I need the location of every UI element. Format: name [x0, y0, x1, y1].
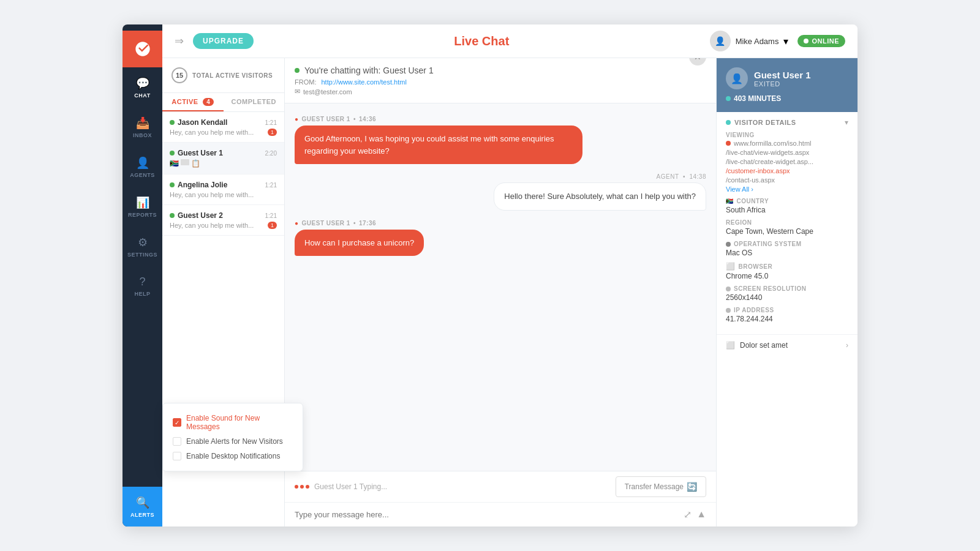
unread-badge: 1 — [268, 129, 277, 136]
notif-item-desktop[interactable]: Enable Desktop Notifications — [173, 449, 293, 463]
avatar: 👤 — [710, 31, 731, 51]
unread-badge: 1 — [268, 222, 277, 229]
online-status[interactable]: ONLINE — [797, 35, 845, 47]
checkbox-alerts[interactable] — [173, 437, 181, 446]
viewing-link: /customer-inbox.aspx — [726, 167, 848, 174]
sidebar-item-agents[interactable]: 👤 AGENTS — [123, 147, 162, 187]
list-item[interactable]: Guest User 1 2:20 🇿🇦 📋 — [162, 143, 284, 174]
orange-link[interactable]: /customer-inbox.aspx — [726, 167, 790, 174]
list-item[interactable]: Angelina Jolie 1:21 Hey, can you help me… — [162, 174, 284, 205]
screen-value: 2560x1440 — [726, 293, 848, 302]
email-icon: ✉ — [295, 88, 300, 96]
upgrade-button[interactable]: UPGRADE — [193, 33, 254, 49]
sidebar-item-inbox[interactable]: 📥 INBOX — [123, 107, 162, 147]
list-item[interactable]: Jason Kendall 1:21 Hey, can you help me … — [162, 112, 284, 143]
visitor-name: Guest User 1 — [754, 70, 811, 80]
screen-detail: SCREEN RESOLUTION 2560x1440 — [726, 285, 848, 302]
chevron-up-icon[interactable]: ▲ — [696, 509, 706, 520]
visitor-panel: 👤 Guest User 1 EXITED 403 MINUTES — [717, 58, 858, 527]
nav-logo[interactable] — [123, 31, 162, 67]
os-dot — [726, 242, 731, 247]
viewing-link: /contact-us.aspx — [726, 176, 848, 184]
tab-active[interactable]: ACTIVE 4 — [162, 93, 224, 111]
list-item[interactable]: Guest User 2 1:21 Hey, can you help me w… — [162, 205, 284, 236]
from-url-link[interactable]: http://www.site.com/test.html — [321, 78, 406, 86]
user-menu[interactable]: 👤 Mike Adams ▾ — [710, 31, 789, 51]
sidebar-item-reports[interactable]: 📊 REPORTS — [123, 187, 162, 227]
sidebar-item-help[interactable]: ? HELP — [123, 266, 162, 306]
typing-dot — [295, 485, 298, 489]
message-group: ● GUEST USER 1 • 14:36 Good Afternoon, I… — [295, 116, 706, 164]
chat-status-dot — [295, 68, 300, 73]
typing-indicator: Guest User 1 Typing... — [295, 476, 616, 497]
chatting-with: You're chatting with: Guest User 1 — [295, 66, 434, 75]
time-dot — [726, 96, 731, 101]
email-value: test@tester.com — [303, 88, 352, 96]
viewing-links: www.formilla.com/iso.html /live-chat/vie… — [726, 140, 848, 184]
tab-completed[interactable]: COMPLETED — [224, 93, 285, 111]
message-bubble-visitor: Good Afternoon, I was hoping you could a… — [295, 126, 582, 164]
visitor-avatar: 👤 — [726, 67, 748, 89]
settings-icon: ⚙ — [138, 236, 148, 249]
chevron-right-icon: › — [846, 341, 848, 350]
expand-icon[interactable]: ⤢ — [684, 509, 692, 520]
typing-dots — [295, 485, 309, 489]
transfer-bar: Guest User 1 Typing... Transfer Message … — [285, 471, 716, 503]
message-input[interactable] — [295, 510, 677, 519]
chat-header: You're chatting with: Guest User 1 FROM:… — [285, 58, 716, 103]
region-value: Cape Town, Western Cape — [726, 227, 848, 236]
os-value: Mac OS — [726, 249, 848, 257]
sender-label: ● GUEST USER 1 • 14:36 — [295, 116, 706, 122]
message-input-row: ⤢ ▲ — [285, 503, 716, 527]
dolor-icon: ⬜ — [726, 341, 735, 350]
nav-arrows[interactable]: ⇒ — [175, 34, 184, 48]
sidebar-item-chat[interactable]: 💬 CHAT — [123, 67, 162, 107]
agents-icon: 👤 — [136, 156, 149, 170]
ip-dot — [726, 308, 731, 313]
sidebar-item-alerts[interactable]: 🔍 ALERTS — [123, 487, 162, 527]
browser-detail: ⬜ BROWSER Chrome 45.0 — [726, 262, 848, 280]
viewing-link: www.formilla.com/iso.html — [726, 140, 848, 147]
online-indicator — [170, 120, 175, 125]
chat-meta: FROM: http://www.site.com/test.html — [295, 78, 434, 86]
visitors-count: 15 — [172, 67, 187, 83]
chat-icon-small: 📋 — [191, 159, 200, 168]
checkbox-desktop[interactable] — [173, 452, 181, 460]
visitor-details-section: Visitor Details ▾ VIEWING www.formilla.c… — [717, 112, 858, 335]
notification-popup: ✓ Enable Sound for New Messages Enable A… — [162, 403, 303, 471]
browser-value: Chrome 45.0 — [726, 272, 848, 280]
view-all-link[interactable]: View All › — [726, 186, 848, 193]
online-indicator — [170, 213, 175, 218]
country-value: South Africa — [726, 206, 848, 214]
active-badge: 4 — [203, 98, 214, 106]
sidebar-item-settings[interactable]: ⚙ SETTINGS — [123, 227, 162, 266]
flag-icon: 🇿🇦 — [726, 198, 734, 204]
status-dot — [804, 39, 809, 43]
dolor-label: ⬜ Dolor set amet — [726, 341, 788, 350]
flag-gray — [181, 159, 189, 165]
agent-label: AGENT • 14:38 — [657, 173, 706, 180]
alerts-icon: 🔍 — [136, 496, 149, 509]
online-indicator — [170, 182, 175, 187]
help-icon: ? — [139, 276, 145, 288]
chevron-down-icon: ▾ — [845, 118, 848, 127]
notif-item-sound[interactable]: ✓ Enable Sound for New Messages — [173, 411, 293, 434]
message-group: ● GUEST USER 1 • 17:36 How can I purchas… — [295, 220, 706, 257]
notif-label: Enable Alerts for New Visitors — [186, 437, 283, 446]
browser-icon: ⬜ — [726, 262, 736, 271]
dolor-row[interactable]: ⬜ Dolor set amet › — [717, 335, 858, 356]
transfer-message-button[interactable]: Transfer Message 🔄 — [616, 476, 706, 497]
total-visitors: 15 TOTAL ACTIVE VISITORS — [162, 58, 284, 93]
inbox-icon: 📥 — [136, 116, 149, 130]
user-name: Mike Adams — [736, 37, 779, 46]
close-chat-button[interactable]: ✕ — [689, 58, 706, 66]
notif-item-alerts[interactable]: Enable Alerts for New Visitors — [173, 434, 293, 449]
notif-label: Enable Sound for New Messages — [186, 414, 293, 431]
visitor-status: EXITED — [754, 80, 811, 88]
viewing-detail: VIEWING www.formilla.com/iso.html /live-… — [726, 132, 848, 193]
flag-icon: 🇿🇦 — [170, 159, 179, 168]
link-dot — [726, 141, 731, 146]
checkbox-sound[interactable]: ✓ — [173, 418, 181, 427]
visitor-details-header[interactable]: Visitor Details ▾ — [726, 118, 848, 127]
reports-icon: 📊 — [136, 196, 149, 209]
